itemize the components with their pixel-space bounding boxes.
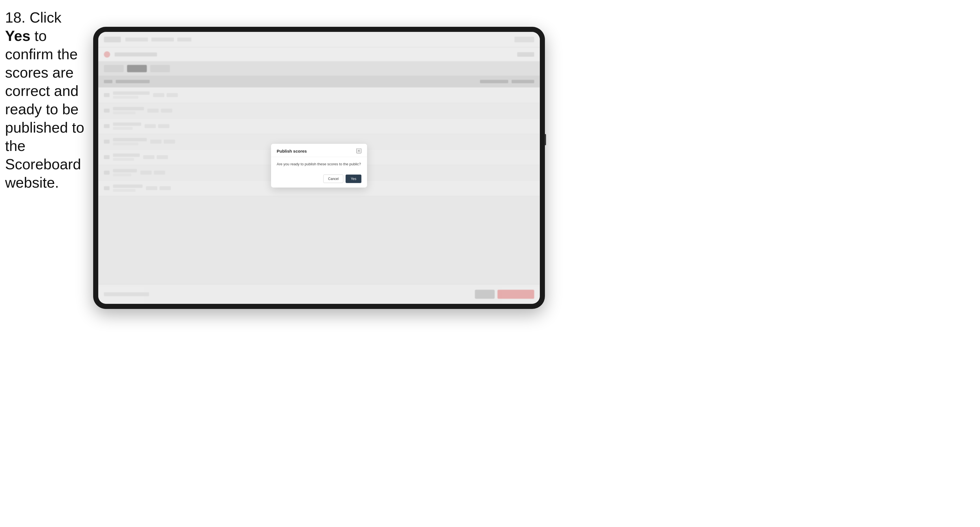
modal-close-button[interactable]: × <box>356 148 361 154</box>
modal-body: Are you ready to publish these scores to… <box>271 157 367 171</box>
tablet-screen: Publish scores × Are you ready to publis… <box>98 32 540 304</box>
step-number: 18. <box>5 9 25 26</box>
tablet-side-button <box>545 134 546 145</box>
yes-button[interactable]: Yes <box>345 175 361 183</box>
publish-scores-modal: Publish scores × Are you ready to publis… <box>271 144 367 187</box>
modal-title: Publish scores <box>277 148 307 153</box>
modal-footer: Cancel Yes <box>271 171 367 187</box>
modal-message: Are you ready to publish these scores to… <box>277 162 361 167</box>
modal-header: Publish scores × <box>271 144 367 157</box>
instruction-bold: Yes <box>5 28 30 44</box>
tablet-device: Publish scores × Are you ready to publis… <box>93 27 545 309</box>
cancel-button[interactable]: Cancel <box>323 175 343 183</box>
instruction-text: 18. Click Yes to confirm the scores are … <box>5 8 87 192</box>
instruction-text-part1: Click <box>25 9 61 26</box>
instruction-text-part2: to confirm the scores are correct and re… <box>5 28 84 191</box>
